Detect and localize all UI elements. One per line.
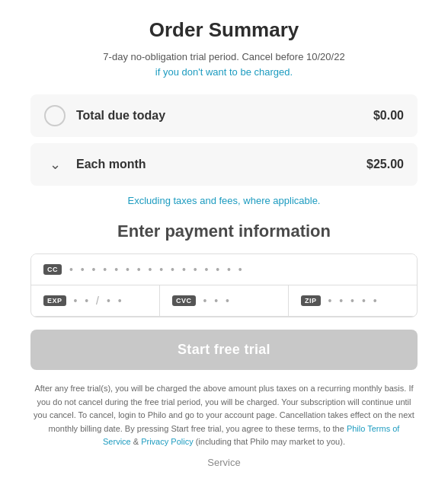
privacy-policy-link[interactable]: Privacy Policy [141,437,193,446]
chevron-down-icon: ⌄ [44,154,66,175]
total-due-row: Total due today $0.00 [30,94,418,137]
cc-field-row[interactable]: CC • • • • • • • • • • • • • • • • [31,254,417,285]
secondary-fields-row: EXP • • / • • CVC • • • ZIP • • • • • [31,285,417,317]
total-due-amount: $0.00 [373,109,404,123]
zip-input[interactable]: • • • • • [328,295,405,307]
disclaimer-text: After any free trial(s), you will be cha… [30,382,418,449]
total-due-icon [44,105,66,126]
cvc-input[interactable]: • • • [203,295,276,307]
cc-badge: CC [43,264,62,275]
exp-badge: EXP [43,295,66,306]
zip-badge: ZIP [301,295,321,306]
cvc-field[interactable]: CVC • • • [160,285,289,316]
payment-title: Enter payment information [30,222,418,241]
monthly-label: Each month [76,158,366,171]
zip-field[interactable]: ZIP • • • • • [289,285,417,316]
trial-notice: 7-day no-obligation trial period. Cancel… [30,49,418,79]
cvc-badge: CVC [172,295,196,306]
total-due-label: Total due today [76,109,373,123]
payment-form: CC • • • • • • • • • • • • • • • • EXP •… [30,253,418,317]
tax-note: Excluding taxes and fees, where applicab… [30,195,418,206]
exp-input[interactable]: • • / • • [74,295,147,307]
monthly-amount: $25.00 [366,158,404,171]
cc-input[interactable]: • • • • • • • • • • • • • • • • [69,263,405,276]
start-free-trial-button[interactable]: Start free trial [30,330,418,370]
monthly-row: ⌄ Each month $25.00 [30,143,418,186]
page-title: Order Summary [30,18,418,42]
exp-field[interactable]: EXP • • / • • [31,285,160,316]
footer-service-text: Service [30,449,418,471]
